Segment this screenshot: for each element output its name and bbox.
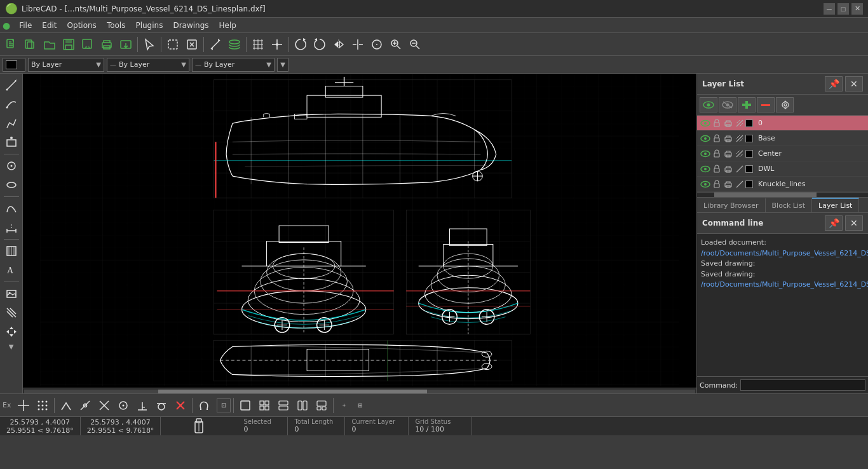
circle-button[interactable] [368,36,386,53]
zoom-out-button[interactable] [406,36,424,53]
save-as-button[interactable]: AS [79,36,97,53]
menu-options[interactable]: Options [62,20,102,31]
layer-construct-icon-base[interactable] [734,133,745,144]
layer-panel-close[interactable]: ✕ [845,76,863,92]
snap-tangent-button[interactable] [153,397,170,414]
select-button[interactable] [140,36,158,53]
rotate-ccw-button[interactable] [311,36,329,53]
split-button[interactable] [349,36,367,53]
layer-row-knuckle[interactable]: Knuckle_lines [697,177,868,192]
ortho-button[interactable] [268,36,286,53]
open-button[interactable] [41,36,58,53]
layer-toggle-button[interactable] [226,36,243,53]
command-input[interactable] [740,379,865,391]
layer-panel-pin[interactable]: 📌 [825,76,843,92]
close-button[interactable]: ✕ [851,3,863,15]
snap-option-1[interactable]: ⊡ [217,398,231,412]
layer-print-icon-base[interactable] [722,133,734,144]
text-tool[interactable]: A [3,261,20,279]
deselect-button[interactable] [183,36,201,53]
menu-help[interactable]: Help [214,20,241,31]
layer-name-selector[interactable]: By Layer ▼ [28,58,104,72]
export-button[interactable] [117,36,135,53]
command-close[interactable]: ✕ [845,215,863,231]
ellipse-tool[interactable] [3,176,20,194]
layer-locked-icon-base[interactable] [711,133,722,144]
layer-color-dwl[interactable] [745,165,753,173]
layer-color-center[interactable] [745,150,753,158]
snap-intersection-button[interactable] [95,397,113,414]
menu-edit[interactable]: Edit [37,20,62,31]
mirror-button[interactable] [330,36,348,53]
layer-linewidth-selector[interactable]: — By Layer ▼ [192,58,275,72]
pattern-tool[interactable] [3,304,20,322]
maximize-button[interactable]: □ [837,3,849,15]
layer-locked-icon-0[interactable] [711,118,722,129]
new-button[interactable] [3,36,20,53]
layer-print-icon-center[interactable] [722,148,734,160]
layer-print-icon-knuckle[interactable] [722,179,734,190]
print-button[interactable] [98,36,116,53]
layer-color-0[interactable] [745,119,753,127]
canvas-area[interactable] [23,74,696,393]
image-tool[interactable] [3,285,20,302]
layer-locked-icon-knuckle[interactable] [711,179,722,190]
layer-visible-icon-center[interactable] [700,148,711,160]
layer-locked-icon-dwl[interactable] [711,163,722,175]
layer-selector-extra[interactable]: ▼ [277,58,288,72]
arc-tool[interactable] [3,95,20,113]
tab-library-browser[interactable]: Library Browser [697,198,766,212]
layer-header-controls[interactable]: 📌 ✕ [825,76,863,92]
viewport-single[interactable] [236,397,254,414]
layer-show-all[interactable] [700,97,717,112]
dimension-tool[interactable] [3,219,20,236]
layer-construct-icon-dwl[interactable] [734,163,745,175]
crosshair-button[interactable] [15,397,32,414]
menu-drawings[interactable]: Drawings [168,20,214,31]
rotate-cw-button[interactable] [292,36,309,53]
layer-hide-all[interactable] [719,97,736,112]
layer-color-selector[interactable] [3,58,25,72]
layer-row-center[interactable]: Center [697,146,868,161]
menu-plugins[interactable]: Plugins [130,20,168,31]
viewport-h[interactable] [275,397,292,414]
circle-tool[interactable] [3,157,20,175]
layer-remove[interactable] [757,97,775,112]
layer-row-dwl[interactable]: DWL [697,161,868,177]
layer-color-knuckle[interactable] [745,180,753,188]
layer-print-icon-0[interactable] [722,118,734,129]
move-tool[interactable] [3,323,20,341]
layer-construct-icon-center[interactable] [734,148,745,160]
line-tool[interactable] [3,76,20,94]
layer-color-base[interactable] [745,135,753,142]
rectangle-tool[interactable] [3,133,20,151]
snap-perpendicular-button[interactable] [133,397,151,414]
layer-visible-icon-knuckle[interactable] [700,179,711,190]
spline-tool[interactable] [3,200,20,217]
horizontal-scrollbar[interactable] [23,388,696,393]
rel-button[interactable]: + [336,397,351,414]
hatch-tool[interactable] [3,242,20,260]
layer-row-base[interactable]: Base [697,131,868,146]
command-pin[interactable]: 📌 [825,215,843,231]
measure-button[interactable] [207,36,224,53]
open-template-button[interactable] [22,36,39,53]
select-window-button[interactable] [164,36,182,53]
layer-visible-icon-0[interactable] [700,118,711,129]
command-header-controls[interactable]: 📌 ✕ [825,215,863,231]
ltool-expand[interactable]: ▼ [9,343,14,350]
polyline-tool[interactable] [3,114,20,132]
snap-clear-button[interactable] [172,397,189,414]
save-button[interactable] [60,36,78,53]
titlebar-controls[interactable]: ─ □ ✕ [824,3,863,15]
layer-locked-icon-center[interactable] [711,148,722,160]
layer-settings[interactable] [776,97,794,112]
layer-construct-icon-knuckle[interactable] [734,179,745,190]
snap-center-button[interactable] [114,397,132,414]
abs-button[interactable]: ⊞ [353,397,368,414]
snap-endpoint-button[interactable] [57,397,75,414]
menu-file[interactable]: File [14,20,37,31]
layer-visible-icon-dwl[interactable] [700,163,711,175]
layer-scrollbar[interactable] [697,192,868,197]
tab-layer-list[interactable]: Layer List [812,198,859,212]
